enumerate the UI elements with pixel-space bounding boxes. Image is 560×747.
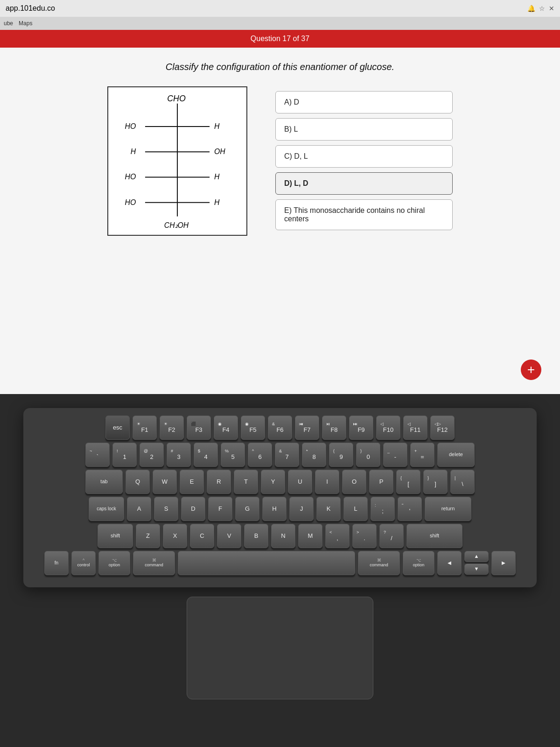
key-arrow-right[interactable]: ► [491, 551, 516, 575]
key-m[interactable]: M [298, 524, 322, 548]
key-backslash[interactable]: |\ [450, 470, 475, 494]
key-return[interactable]: return [425, 497, 471, 521]
keyboard: esc ☀F1 ☀F2 ⬛F3 ◉F4 ◉F5 &F6 ⏮F7 ⏯F8 ⏭F9 … [23, 408, 537, 587]
svg-text:HO: HO [125, 173, 136, 181]
key-shift-left[interactable]: shift [98, 524, 133, 548]
answer-B[interactable]: B) L [275, 118, 453, 141]
key-1[interactable]: !1 [112, 443, 137, 467]
key-f12[interactable]: ◁▷F12 [430, 416, 455, 440]
key-rbracket[interactable]: }] [423, 470, 448, 494]
key-backtick[interactable]: ~` [85, 443, 110, 467]
key-minus[interactable]: _- [383, 443, 407, 467]
bottom-row: fn ^control ⌥option ⌘command ⌘command ⌥o… [32, 551, 528, 575]
key-option-right[interactable]: ⌥option [403, 551, 434, 575]
tab-maps[interactable]: Maps [19, 20, 32, 27]
key-f6[interactable]: &F6 [268, 416, 292, 440]
key-8[interactable]: *8 [302, 443, 326, 467]
question-number: Question 17 of 37 [251, 35, 309, 42]
key-h[interactable]: H [262, 497, 287, 521]
key-g[interactable]: G [235, 497, 259, 521]
fischer-projection: CHO HO H H OH HO H HO H [107, 86, 247, 236]
key-o[interactable]: O [342, 470, 366, 494]
key-q[interactable]: Q [126, 470, 150, 494]
key-w[interactable]: W [153, 470, 177, 494]
key-u[interactable]: U [288, 470, 312, 494]
key-period[interactable]: >. [352, 524, 377, 548]
key-7[interactable]: &7 [275, 443, 299, 467]
key-f11[interactable]: ◁F11 [403, 416, 427, 440]
key-command-right[interactable]: ⌘command [358, 551, 400, 575]
key-5[interactable]: %5 [221, 443, 245, 467]
answer-A[interactable]: A) D [275, 91, 453, 113]
trackpad[interactable] [187, 597, 373, 699]
key-v[interactable]: V [217, 524, 241, 548]
key-f4[interactable]: ◉F4 [214, 416, 238, 440]
key-e[interactable]: E [180, 470, 204, 494]
svg-text:CHO: CHO [167, 94, 186, 103]
key-r[interactable]: R [207, 470, 231, 494]
key-0[interactable]: )0 [356, 443, 380, 467]
answer-C[interactable]: C) D, L [275, 145, 453, 168]
key-2[interactable]: @2 [140, 443, 164, 467]
key-a[interactable]: A [127, 497, 151, 521]
key-f1[interactable]: ☀F1 [133, 416, 157, 440]
key-l[interactable]: L [343, 497, 368, 521]
keyboard-container: esc ☀F1 ☀F2 ⬛F3 ◉F4 ◉F5 &F6 ⏮F7 ⏯F8 ⏭F9 … [0, 394, 560, 747]
answer-D[interactable]: D) L, D [275, 172, 453, 195]
key-lbracket[interactable]: {[ [396, 470, 420, 494]
key-equals[interactable]: += [410, 443, 434, 467]
key-y[interactable]: Y [261, 470, 285, 494]
key-x[interactable]: X [163, 524, 187, 548]
key-arrow-down[interactable]: ▼ [464, 564, 489, 575]
tab-ube[interactable]: ube [4, 20, 13, 27]
zxcv-row: shift Z X C V B N M <, >. ?/ shift [32, 524, 528, 548]
key-shift-right[interactable]: shift [406, 524, 462, 548]
key-slash[interactable]: ?/ [379, 524, 404, 548]
key-arrow-left[interactable]: ◄ [437, 551, 462, 575]
answer-E[interactable]: E) This monosaccharide contains no chira… [275, 199, 453, 230]
key-arrow-up[interactable]: ▲ [464, 551, 489, 562]
key-z[interactable]: Z [136, 524, 160, 548]
key-comma[interactable]: <, [325, 524, 350, 548]
svg-text:HO: HO [125, 122, 136, 130]
browser-bar: app.101edu.co 🔔 ☆ ✕ [0, 0, 560, 17]
key-space[interactable] [178, 551, 355, 575]
key-esc[interactable]: esc [105, 416, 130, 440]
key-f5[interactable]: ◉F5 [241, 416, 265, 440]
key-s[interactable]: S [154, 497, 178, 521]
key-control[interactable]: ^control [71, 551, 96, 575]
key-9[interactable]: (9 [329, 443, 353, 467]
key-6[interactable]: ^6 [248, 443, 272, 467]
key-i[interactable]: I [315, 470, 339, 494]
add-button[interactable]: + [521, 359, 541, 380]
key-4[interactable]: $4 [194, 443, 218, 467]
key-f10[interactable]: ◁F10 [376, 416, 400, 440]
key-t[interactable]: T [234, 470, 258, 494]
key-command-left[interactable]: ⌘command [133, 551, 175, 575]
key-delete[interactable]: delete [437, 443, 475, 467]
key-b[interactable]: B [244, 524, 268, 548]
key-semicolon[interactable]: :; [371, 497, 395, 521]
key-n[interactable]: N [271, 524, 295, 548]
key-f[interactable]: F [208, 497, 232, 521]
key-f7[interactable]: ⏮F7 [295, 416, 319, 440]
main-content: Question 17 of 37 Classify the configura… [0, 30, 560, 394]
key-c[interactable]: C [190, 524, 214, 548]
key-fn[interactable]: fn [44, 551, 69, 575]
fischer-svg: CHO HO H H OH HO H HO H [108, 87, 246, 235]
key-f8[interactable]: ⏯F8 [322, 416, 346, 440]
key-quote[interactable]: "' [398, 497, 422, 521]
key-k[interactable]: K [316, 497, 341, 521]
key-tab[interactable]: tab [85, 470, 123, 494]
qwerty-row: tab Q W E R T Y U I O P {[ }] |\ [32, 470, 528, 494]
key-option-left[interactable]: ⌥option [98, 551, 130, 575]
svg-text:H: H [214, 173, 220, 181]
key-f9[interactable]: ⏭F9 [349, 416, 373, 440]
key-d[interactable]: D [181, 497, 205, 521]
key-caps[interactable]: caps lock [89, 497, 124, 521]
key-p[interactable]: P [369, 470, 393, 494]
key-f2[interactable]: ☀F2 [160, 416, 184, 440]
key-j[interactable]: J [289, 497, 314, 521]
key-f3[interactable]: ⬛F3 [187, 416, 211, 440]
key-3[interactable]: #3 [167, 443, 191, 467]
